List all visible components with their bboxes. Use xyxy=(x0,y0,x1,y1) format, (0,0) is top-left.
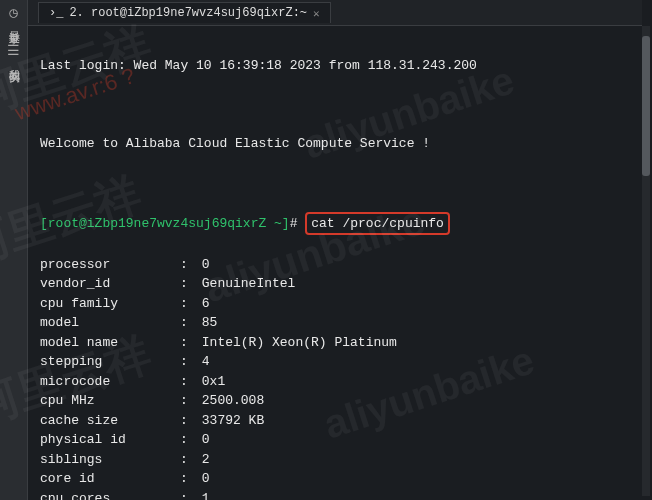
field-value: GenuineIntel xyxy=(194,274,295,294)
cpuinfo-row: core id: 0 xyxy=(40,469,642,489)
field-key: physical id xyxy=(40,430,180,450)
cpuinfo-row: cpu family: 6 xyxy=(40,294,642,314)
cpuinfo-row: cache size: 33792 KB xyxy=(40,411,642,431)
scrollbar-thumb[interactable] xyxy=(642,36,650,176)
colon: : xyxy=(180,469,194,489)
blank-line xyxy=(40,95,642,115)
terminal-icon: ›_ xyxy=(49,6,63,20)
field-key: model name xyxy=(40,333,180,353)
colon: : xyxy=(180,294,194,314)
scrollbar[interactable] xyxy=(642,26,650,496)
colon: : xyxy=(180,352,194,372)
cpuinfo-row: cpu cores: 1 xyxy=(40,489,642,501)
field-value: 0 xyxy=(194,469,210,489)
colon: : xyxy=(180,411,194,431)
cpuinfo-row: model name: Intel(R) Xeon(R) Platinum xyxy=(40,333,642,353)
field-value: 0 xyxy=(194,430,210,450)
cpuinfo-row: microcode: 0x1 xyxy=(40,372,642,392)
prompt-user: [root@iZbp19ne7wvz4suj69qixrZ ~] xyxy=(40,216,290,231)
field-key: cache size xyxy=(40,411,180,431)
field-value: 1 xyxy=(194,489,210,501)
list-icon: ☰ xyxy=(7,44,20,58)
field-value: 85 xyxy=(194,313,217,333)
field-value: Intel(R) Xeon(R) Platinum xyxy=(194,333,397,353)
cpuinfo-row: physical id: 0 xyxy=(40,430,642,450)
colon: : xyxy=(180,450,194,470)
cpuinfo-row: model: 85 xyxy=(40,313,642,333)
field-key: core id xyxy=(40,469,180,489)
cpuinfo-row: vendor_id: GenuineIntel xyxy=(40,274,642,294)
colon: : xyxy=(180,255,194,275)
sidebar-item-label: 最近登录 xyxy=(6,22,21,26)
field-value: 2 xyxy=(194,450,210,470)
field-key: cpu cores xyxy=(40,489,180,501)
colon: : xyxy=(180,313,194,333)
field-key: vendor_id xyxy=(40,274,180,294)
terminal-output[interactable]: Last login: Wed May 10 16:39:18 2023 fro… xyxy=(40,36,642,500)
welcome-line: Welcome to Alibaba Cloud Elastic Compute… xyxy=(40,134,642,154)
field-value: 2500.008 xyxy=(194,391,264,411)
field-key: model xyxy=(40,313,180,333)
command-highlight: cat /proc/cpuinfo xyxy=(305,212,450,236)
field-value: 4 xyxy=(194,352,210,372)
sidebar-item-recent-login[interactable]: ◷ 最近登录 xyxy=(4,6,24,26)
sidebar-item-label: 我的实例 xyxy=(6,60,21,64)
cpuinfo-row: cpu MHz: 2500.008 xyxy=(40,391,642,411)
field-value: 0 xyxy=(194,255,210,275)
colon: : xyxy=(180,489,194,501)
colon: : xyxy=(180,274,194,294)
clock-icon: ◷ xyxy=(9,6,17,20)
sidebar-item-my-instances[interactable]: ☰ 我的实例 xyxy=(4,44,24,64)
colon: : xyxy=(180,391,194,411)
cpuinfo-row: stepping: 4 xyxy=(40,352,642,372)
field-key: microcode xyxy=(40,372,180,392)
colon: : xyxy=(180,430,194,450)
field-key: cpu MHz xyxy=(40,391,180,411)
field-key: cpu family xyxy=(40,294,180,314)
colon: : xyxy=(180,333,194,353)
field-value: 0x1 xyxy=(194,372,225,392)
field-value: 33792 KB xyxy=(194,411,264,431)
colon: : xyxy=(180,372,194,392)
command-text: cat /proc/cpuinfo xyxy=(311,216,444,231)
prompt-line: [root@iZbp19ne7wvz4suj69qixrZ ~]# cat /p… xyxy=(40,212,642,236)
field-value: 6 xyxy=(194,294,210,314)
sidebar: ◷ 最近登录 ☰ 我的实例 xyxy=(0,0,28,500)
cpuinfo-row: siblings: 2 xyxy=(40,450,642,470)
cpuinfo-row: processor: 0 xyxy=(40,255,642,275)
field-key: stepping xyxy=(40,352,180,372)
blank-line xyxy=(40,173,642,193)
prompt-hash: # xyxy=(290,216,298,231)
field-key: processor xyxy=(40,255,180,275)
field-key: siblings xyxy=(40,450,180,470)
